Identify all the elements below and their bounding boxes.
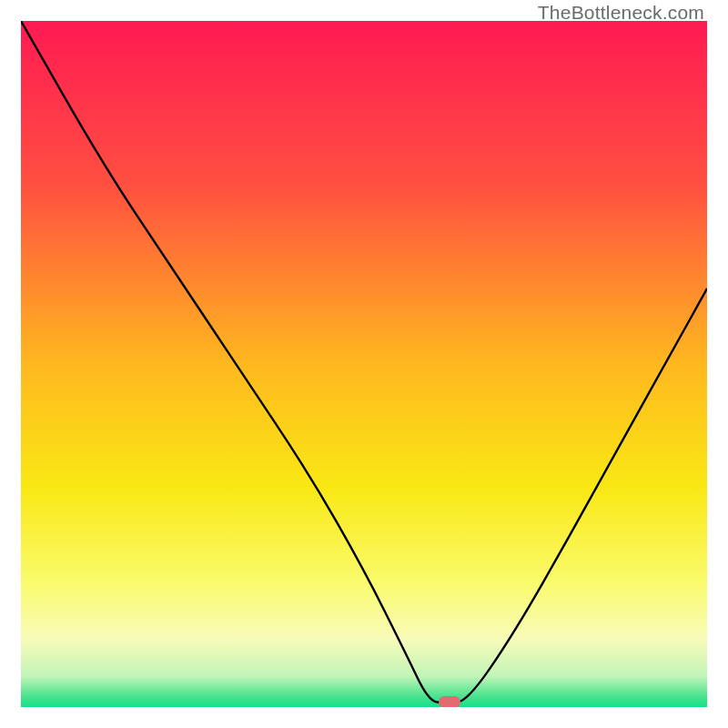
chart-container: TheBottleneck.com — [0, 0, 728, 728]
optimal-marker — [439, 696, 460, 707]
curve-layer — [21, 21, 707, 707]
plot-area — [21, 21, 707, 707]
bottleneck-curve — [21, 21, 707, 703]
